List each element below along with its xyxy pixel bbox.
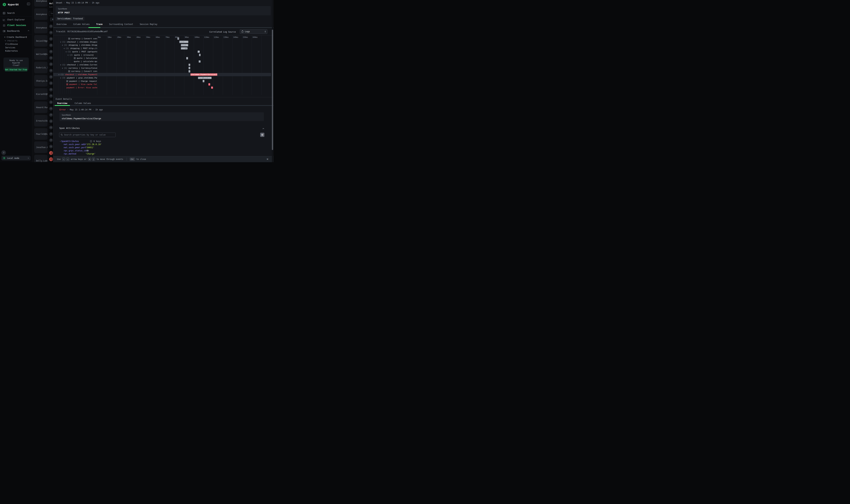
event-marker[interactable]: Error: Visa cache ful… [211,87,213,89]
local-mode-button[interactable]: U Local mode [1,156,31,160]
sidebar-preset-item[interactable]: Services [5,47,18,49]
span-duration-bar[interactable]: Currency/Convert [188,67,190,69]
session-event-row[interactable] [49,131,53,137]
session-event-row[interactable] [49,125,53,131]
session-event-row[interactable] [49,87,53,93]
chevron-down-icon[interactable]: ∨ [60,64,61,66]
session-event-row[interactable] [49,42,53,49]
trace-span-row[interactable]: quote | Calculated q…Calculated q… [53,57,271,60]
get-started-button[interactable]: Get Started for Free [5,68,28,72]
trace-span-row[interactable]: ∨(1)checkout | oteldemo.ShippingSe…oteld… [53,40,271,43]
session-search-input[interactable]: Sea [49,11,53,16]
sidebar-item-search[interactable]: Search [0,11,32,15]
attribute-key[interactable]: rpc.method [64,152,86,155]
session-event-row[interactable] [49,61,53,68]
attribute-key[interactable]: rpc.grpc.status_code [64,149,86,152]
trace-span-row[interactable]: currency | Convert convers… [53,37,271,40]
event-details-tab-column-values[interactable]: Column Values [75,102,91,105]
session-event-row[interactable] [49,74,53,80]
sidebar-preset-item[interactable]: Clickhouse [5,43,18,46]
help-button[interactable]: ? [1,150,6,155]
chevron-down-icon[interactable]: ∨ [60,41,61,43]
edit-pencil-icon[interactable]: ✎ [101,30,102,33]
trace-span-row[interactable]: payment | Error: Visa cache ful…Error: V… [53,86,271,89]
trace-span-row[interactable]: ∨(3)payment | grpc.oteldemo.Paymen…grpc.… [53,76,271,79]
session-event-row[interactable] [49,118,53,124]
sidebar-item-chart-explorer[interactable]: Chart Explorer [0,17,32,22]
session-list-item[interactable]: Pearl43@ho [34,128,48,140]
event-marker[interactable]: Charge request rec… [203,80,204,82]
span-duration-bar[interactable]: oteldemo.PaymentService/Char… [191,73,217,76]
tab-overview[interactable]: Overview [56,23,67,25]
session-list-item[interactable]: Anonymous [34,8,48,20]
session-list-item[interactable]: Walton9@ho [34,48,48,60]
session-event-row[interactable] [49,112,53,118]
session-event-row[interactable] [49,36,53,42]
event-details-tab-overview[interactable]: Overview [57,102,67,105]
service-name-chip[interactable]: ServiceName: frontend [56,17,85,21]
session-event-row[interactable]: ⇄ [49,150,53,156]
event-marker[interactable]: Convert convers… [188,70,190,73]
span-duration-bar[interactable]: grpc.oteldemo.Paymen… [198,77,212,79]
session-event-row[interactable] [49,30,53,36]
gear-icon[interactable]: ⚙ [260,133,265,137]
attribute-key[interactable]: net.sock.peer.port [64,146,86,149]
session-list-item[interactable]: Anonymous [34,22,48,33]
sidebar-preset-item[interactable]: Kubernetes [5,50,18,52]
chevron-down-icon[interactable]: ∨ [60,77,61,79]
sidebar-item-client-sessions[interactable]: Client Sessions [0,23,32,28]
trace-span-row[interactable]: ∨(1)currency | Currency/ConvertCurrency/… [53,67,271,70]
chevron-up-icon[interactable] [262,127,265,130]
chevron-down-icon[interactable]: ∨ [62,44,63,46]
session-list-item[interactable]: Anonymous [34,0,48,7]
trace-span-row[interactable]: ∨(1)quote | POST /getquotePOST /getquote [53,50,271,53]
chevron-down-icon[interactable]: ∨ [58,74,59,75]
event-marker[interactable] [177,37,179,40]
session-list-item[interactable]: Kieran92@h [34,88,48,100]
session-event-row[interactable] [49,144,53,150]
session-event-row[interactable] [49,93,53,99]
span-duration-bar[interactable]: oteldemo.Shipping… [181,44,188,47]
session-event-row[interactable] [49,137,53,143]
log-source-select[interactable]: Logs [240,29,267,34]
session-event-row[interactable] [49,106,53,112]
trace-span-row[interactable]: payment | Charge request rec…Charge requ… [53,79,271,83]
trace-span-row[interactable]: ∨(1)shipping | POST http://quo…POST http… [53,47,271,50]
chevron-down-icon[interactable]: ∨ [68,54,69,56]
session-event-row[interactable] [49,68,53,74]
trace-span-row[interactable]: ∨(1)checkout | oteldemo.PaymentServi…ote… [53,73,271,76]
session-list-item[interactable]: Jonathan.B [34,141,48,153]
span-duration-bar[interactable]: calculate-quote [199,60,201,63]
trace-span-row[interactable]: payment | Visa cache full: c…Visa cache … [53,83,271,86]
span-duration-bar[interactable]: oteldemo.ShippingSe… [179,41,188,43]
trace-span-row[interactable]: currency | Convert convers…Convert conve… [53,70,271,73]
trace-span-row[interactable]: ∨(1)shipping | oteldemo.Shipping…oteldem… [53,43,271,47]
session-filter-chip[interactable]: H [50,17,53,21]
close-icon[interactable]: ✕ [266,158,269,161]
session-list-item[interactable]: Deion37@gm [34,35,48,47]
span-duration-bar[interactable]: {closure} [199,54,201,56]
tab-surrounding-context[interactable]: Surrounding Context [109,23,133,25]
presets-toggle[interactable]: PRESETS [4,40,18,42]
trace-span-row[interactable]: quote | calculate-quotecalculate-quote [53,60,271,63]
span-duration-bar[interactable]: POST http://quo… [181,47,187,50]
session-list-item[interactable]: Roderick_S [34,62,48,73]
event-marker[interactable]: Calculated q… [186,57,188,59]
session-list-item[interactable]: Ernesto33@ [34,115,48,126]
create-dashboard-button[interactable]: + Create Dashboard [4,36,27,38]
chevron-down-icon[interactable]: ∨ [62,67,63,69]
sidebar-item-dashboards[interactable]: Dashboards [0,29,32,33]
chevron-up-icon[interactable] [28,30,30,32]
session-event-row[interactable] [49,55,53,61]
tab-trace[interactable]: Trace [96,23,103,25]
session-event-row[interactable] [49,23,53,30]
chevron-down-icon[interactable]: ∨ [66,51,67,53]
span-duration-bar[interactable]: POST /getquote [198,51,200,53]
attribute-search-input[interactable]: Search properties by key or value [59,132,115,137]
trace-span-row[interactable]: ∨(1)checkout | oteldemo.CurrencySe…oteld… [53,63,271,67]
scrollbar-thumb[interactable] [272,30,273,150]
tab-session-replay[interactable]: Session Replay [140,23,157,25]
chevron-down-icon[interactable]: ∨ [64,48,65,49]
trace-span-row[interactable]: ∨(2)quote | {closure}{closure} [53,53,271,57]
attributes-root-row[interactable]: ▾ SpanAttributes {} 6 keys [60,140,102,143]
